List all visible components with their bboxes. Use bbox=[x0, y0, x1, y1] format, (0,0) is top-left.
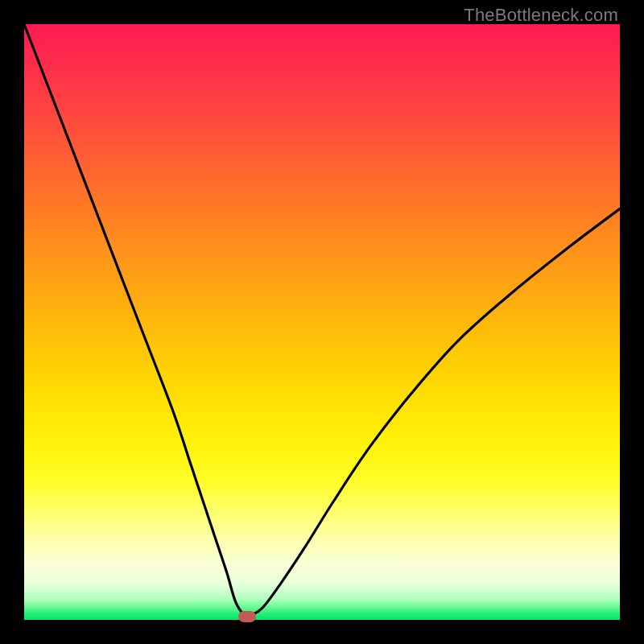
chart-frame: TheBottleneck.com bbox=[0, 0, 644, 644]
plot-area bbox=[24, 24, 620, 620]
watermark-text: TheBottleneck.com bbox=[464, 5, 618, 26]
bottleneck-curve bbox=[24, 24, 620, 617]
optimum-marker bbox=[238, 611, 256, 622]
curve-svg bbox=[24, 24, 620, 620]
